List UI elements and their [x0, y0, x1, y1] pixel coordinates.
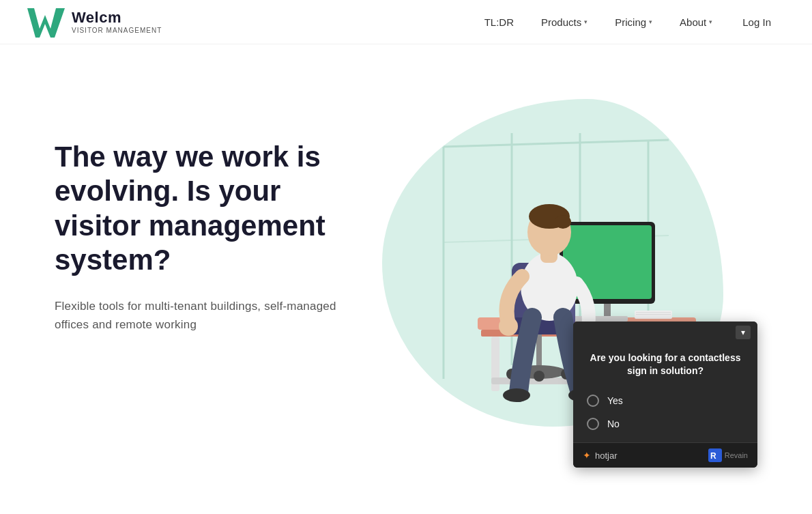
hero-left: The way we work is evolving. Is your vis…	[55, 85, 362, 334]
nav-tldr[interactable]: TL:DR	[474, 11, 525, 33]
revain-logo-icon: R	[708, 448, 722, 462]
hero-subtext: Flexible tools for multi-tenant building…	[55, 297, 362, 334]
svg-marker-0	[27, 8, 65, 38]
hotjar-yes-label: Yes	[607, 395, 623, 406]
about-caret-icon: ▾	[709, 18, 712, 25]
hotjar-branding[interactable]: ✦ hotjar	[583, 450, 618, 461]
logo[interactable]: Welcm Visitor Management	[27, 5, 162, 39]
hero-heading: The way we work is evolving. Is your vis…	[55, 140, 362, 278]
svg-rect-18	[636, 312, 671, 313]
nav-products[interactable]: Products ▾	[530, 11, 598, 33]
svg-rect-16	[566, 316, 628, 322]
hotjar-option-no[interactable]: No	[587, 412, 744, 436]
pricing-caret-icon: ▾	[649, 18, 652, 25]
hero-right: ▾ Are you looking for a contactless sign…	[362, 85, 757, 481]
hero-section: The way we work is evolving. Is your vis…	[0, 44, 812, 514]
svg-text:R: R	[710, 451, 716, 461]
logo-title: Welcm	[72, 10, 162, 26]
welcm-logo-icon	[27, 5, 65, 39]
svg-line-5	[444, 140, 669, 147]
chevron-down-icon: ▾	[736, 326, 751, 339]
svg-point-33	[555, 215, 571, 229]
nav-about[interactable]: About ▾	[669, 11, 723, 33]
hotjar-option-yes[interactable]: Yes	[587, 389, 744, 412]
radio-yes-icon[interactable]	[587, 395, 599, 407]
hotjar-logo-icon: ✦	[583, 450, 591, 461]
svg-point-36	[499, 317, 518, 336]
hotjar-collapse-button[interactable]: ▾	[573, 322, 757, 343]
logo-text: Welcm Visitor Management	[72, 10, 162, 33]
products-caret-icon: ▾	[584, 18, 588, 25]
hotjar-options: Yes No	[573, 389, 757, 442]
revain-branding: R Revain	[708, 448, 748, 462]
logo-subtitle: Visitor Management	[72, 27, 162, 34]
hotjar-question: Are you looking for a contactless sign i…	[573, 343, 757, 389]
hotjar-no-label: No	[607, 418, 620, 429]
hotjar-footer: ✦ hotjar R Revain	[573, 442, 757, 468]
nav-login[interactable]: Log In	[729, 11, 785, 33]
revain-label: Revain	[725, 451, 748, 459]
svg-point-34	[503, 388, 530, 402]
svg-point-25	[534, 371, 545, 382]
nav-links: TL:DR Products ▾ Pricing ▾ About ▾ Log I…	[474, 11, 785, 33]
hotjar-widget: ▾ Are you looking for a contactless sign…	[573, 322, 757, 468]
svg-rect-19	[636, 314, 671, 315]
navbar: Welcm Visitor Management TL:DR Products …	[0, 0, 812, 44]
hotjar-brand-label: hotjar	[595, 451, 618, 461]
radio-no-icon[interactable]	[587, 418, 599, 430]
nav-pricing[interactable]: Pricing ▾	[604, 11, 663, 33]
